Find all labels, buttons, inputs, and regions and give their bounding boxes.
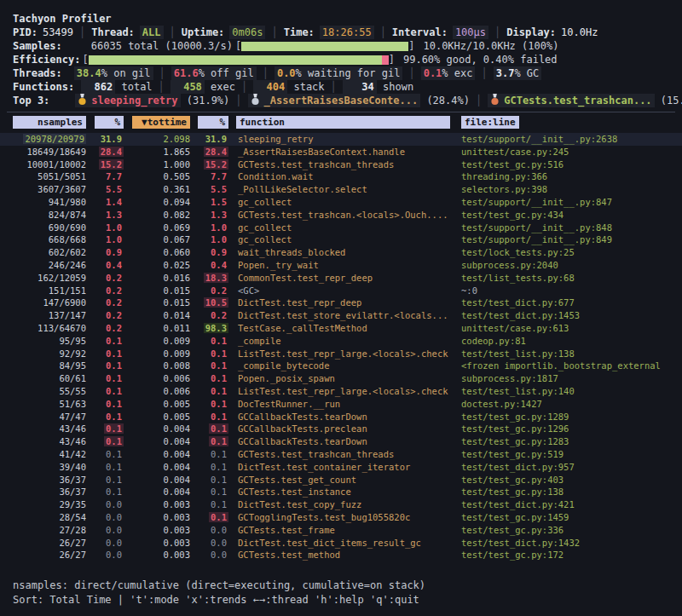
separator: │ [494,26,500,39]
table-row[interactable]: 113/646700.20.01198.3TestCase._callTestM… [0,322,682,335]
nsamples-value: 36/37 [59,486,86,497]
pct-cumulative-value: 1.0 [209,234,228,245]
column-header-function[interactable]: function [236,116,450,129]
pct-cumulative-cell: 0.2 [194,285,236,297]
table-row[interactable]: 690/6901.00.0691.0gc_collecttest/support… [0,222,682,234]
table-row[interactable]: 26/270.00.0030.0GCTests.test_methodtest/… [0,549,682,561]
table-row[interactable]: 27/280.00.0030.0GCTests.test_frametest/t… [0,524,682,537]
pct-direct-cell: 0.1 [86,360,125,372]
table-row[interactable]: 941/9801.40.0941.5gc_collecttest/support… [0,196,682,209]
pct-cumulative-cell: 0.1 [194,474,236,486]
tottime-value: 0.006 [125,385,194,398]
pct-direct-value: 0.1 [104,475,124,485]
table-row[interactable]: 147/69000.20.01510.5DictTest.test_repr_d… [0,296,682,309]
bar-open-bracket: [ [235,39,241,53]
table-row[interactable]: 43/460.10.0040.1GCCallbackTests.preclean… [0,423,682,435]
column-header-file-line[interactable]: file:line [461,116,519,129]
pct-direct-value: 0.9 [104,247,124,257]
table-row[interactable]: 3607/36075.50.3615.5_PollLikeSelector.se… [0,183,682,196]
nsamples-cell: 43/46 [13,423,86,435]
table-row[interactable]: 43/460.10.0040.1GCCallbackTests.tearDown… [0,435,682,448]
tottime-value: 0.004 [125,474,194,486]
table-row[interactable]: 55/550.10.0060.1ListTest.test_repr_large… [0,385,682,398]
pct-cumulative-cell: 10.5 [194,296,236,309]
samples-label: Samples: [13,39,62,53]
table-row[interactable]: 5051/50517.70.5057.7Condition.waitthread… [0,170,682,183]
table-row[interactable]: 10001/1000215.21.00015.2GCTests.test_tra… [0,158,682,171]
table-row[interactable]: 162/120590.20.01618.3CommonTest.test_rep… [0,272,682,285]
nsamples-value: 39/40 [59,462,86,472]
nsamples-cell: 162/12059 [13,272,86,285]
nsamples-value: 690/690 [49,222,86,233]
table-row[interactable]: 51/630.10.0050.1DocTestRunner.__rundocte… [0,398,682,411]
pct-direct-cell: 0.2 [86,322,125,335]
pct-direct-cell: 0.0 [86,511,125,524]
nsamples-value: 43/46 [59,436,86,446]
function-name: _AssertRaisesBaseContext.handle [236,146,461,158]
table-row[interactable]: 60/610.10.0060.1Popen._posix_spawnsubpro… [0,372,682,385]
tottime-value: 0.005 [125,398,194,411]
pct-cumulative-cell: 15.2 [194,158,236,171]
column-header-pct1[interactable]: % [95,116,124,129]
app-title: Tachyon Profiler [0,11,682,26]
uptime-label: Uptime: [182,26,225,39]
tottime-value: 0.361 [125,183,194,196]
table-row[interactable]: 47/470.10.0050.1GCCallbackTests.tearDown… [0,411,682,423]
table-row[interactable]: 246/2460.40.0250.4Popen._try_waitsubproc… [0,259,682,272]
table-row[interactable]: 26/270.00.0030.0DictTest.test_dict_items… [0,537,682,550]
pct-direct-cell: 0.1 [86,411,125,423]
function-name: TestCase._callTestMethod [236,322,461,335]
table-row[interactable]: 824/8741.30.0821.3GCTests.test_trashcan.… [0,209,682,222]
interval-value: 100µs [453,26,488,39]
pct-cumulative-value: 0.9 [209,247,228,257]
nsamples-value: 36/37 [59,475,86,485]
pct-direct-cell: 0.9 [86,246,125,259]
table-row[interactable]: 92/920.10.0090.1ListTest.test_repr_large… [0,348,682,360]
function-name: GCTests.test_get_count [236,474,461,486]
efficiency-label: Efficiency: [13,53,80,66]
column-header-pct2[interactable]: % [198,116,228,129]
pct-direct-cell: 0.1 [86,461,125,474]
function-name: GCTests.test_trashcan_threads [236,448,461,461]
threads-stat: 61.6% off gil [171,66,257,80]
pct-direct-value: 0.0 [104,512,124,522]
threads-stat-suffix: % off gil [199,67,254,79]
table-row[interactable]: 20978/2097931.92.09831.9sleeping_retryte… [0,133,682,146]
function-name: Popen._posix_spawn [236,372,461,385]
tottime-value: 0.006 [125,372,194,385]
pct-direct-value: 0.1 [104,360,124,371]
function-name: DocTestRunner.__run [236,398,461,411]
threads-stat-suffix: % exc [442,67,472,79]
table-row[interactable]: 668/6681.00.0671.0gc_collecttest/support… [0,233,682,246]
table-row[interactable]: 95/950.10.0090.1_compilecodeop.py:81 [0,335,682,348]
table-row[interactable]: 41/420.10.0040.1GCTests.test_trashcan_th… [0,448,682,461]
table-row[interactable]: 18649/1864928.41.86528.4_AssertRaisesBas… [0,146,682,158]
function-name: wait_threads_blocked [236,246,461,259]
table-row[interactable]: 84/950.10.0080.1_compile_bytecode<frozen… [0,360,682,372]
table-row[interactable]: 151/1510.20.0150.2<GC>~:0 [0,285,682,297]
file-line: test/test_dict.py:677 [461,296,682,309]
function-name: Popen._try_wait [236,259,461,272]
table-row[interactable]: 36/370.10.0040.1GCTests.test_get_countte… [0,474,682,486]
functions-stat-value: 862 [81,80,115,94]
table-row[interactable]: 29/350.00.0030.1DictTest.test_copy_fuzzt… [0,498,682,511]
table-row[interactable]: 28/540.00.0030.1GCTogglingTests.test_bug… [0,511,682,524]
top3-percent: (28.4%) [420,94,470,107]
top3-items: sleeping_retry (31.9%)│_AssertRaisesBase… [75,94,682,107]
column-header-nsamples[interactable]: nsamples [13,116,86,129]
pct-cumulative-value: 15.2 [204,159,228,170]
table-row[interactable]: 602/6020.90.0600.9wait_threads_blockedte… [0,246,682,259]
file-line: subprocess.py:2040 [461,259,682,272]
table-row[interactable]: 137/1470.20.0140.2DictTest.test_store_ev… [0,309,682,322]
pct-direct-value: 0.2 [104,285,124,296]
tottime-value: 0.003 [125,537,194,550]
table-row[interactable]: 36/370.10.0040.1GCTests.test_instancetes… [0,486,682,498]
pid-value: 53499 [43,26,73,39]
pct-direct-value: 1.4 [104,197,124,207]
column-header-tottime-sorted[interactable]: ▼tottime [132,116,190,129]
pct-cumulative-value: 0.1 [209,399,228,409]
thread-value[interactable]: ALL [140,26,164,39]
samples-bar-fill [241,42,408,51]
table-row[interactable]: 39/400.10.0040.1DictTest.test_container_… [0,461,682,474]
pct-cumulative-value: 0.1 [209,423,228,434]
